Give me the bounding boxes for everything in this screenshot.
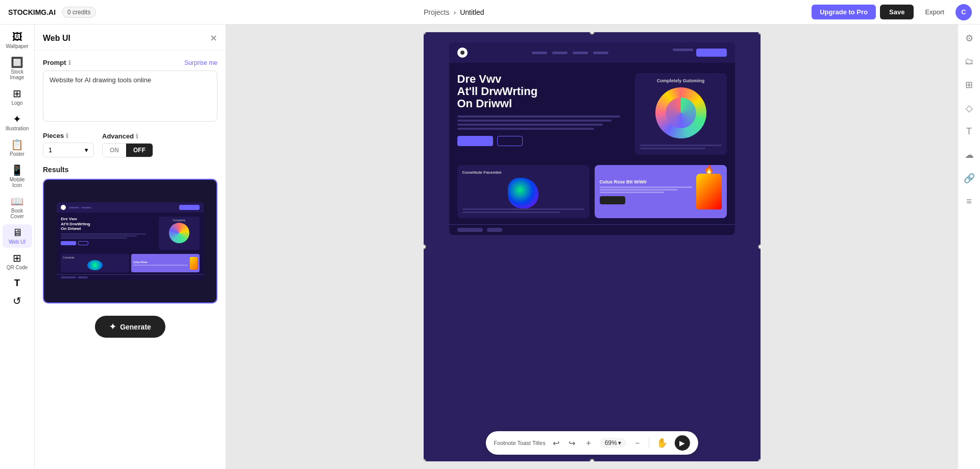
mini-mandala [169,223,189,243]
web-logo [457,48,468,58]
text-icon: T [14,278,20,288]
web-secondary-button [497,136,523,146]
current-project[interactable]: Untitled [460,8,484,16]
grid-icon[interactable]: ⊞ [963,77,975,92]
save-button[interactable]: Save [880,5,914,19]
web-ui-preview[interactable]: Dre Vwv At'll DrwWrting On Driwwl [449,42,735,235]
upgrade-button[interactable]: Upgrade to Pro [812,5,876,19]
thumbnail-preview: Dre VwvAt'll DrwWrtingOn Driwwl [44,180,216,302]
web-nav-links [532,52,608,54]
wallpaper-icon: 🖼 [12,32,22,42]
handle-bottom-right[interactable] [758,459,761,461]
mini-btn [179,205,200,210]
web-section2-card: Constitute Facembó [457,165,590,218]
canvas-background: Dre Vwv At'll DrwWrting On Driwwl [424,32,761,461]
web-feature-card: Completely Gutoming [635,73,727,155]
zoom-chevron-icon: ▾ [618,439,621,447]
avatar[interactable]: C [955,4,972,20]
sidebar-item-text[interactable]: T [3,275,32,291]
link-icon[interactable]: 🔗 [962,171,977,186]
toggle-off-button[interactable]: OFF [126,144,153,157]
mini-animal [87,260,103,270]
play-button[interactable]: ▶ [675,435,690,451]
folder-icon[interactable]: 🗂 [963,54,976,69]
sidebar-item-web-ui[interactable]: 🖥 Web UI [3,224,32,248]
results-section: Results [43,166,217,303]
pieces-select[interactable]: 1 ▾ [43,143,94,157]
controls-row: Pieces ℹ 1 ▾ Advanced ℹ ON OFF [43,132,217,157]
web-primary-button [457,136,493,146]
toggle-on-button[interactable]: ON [103,144,126,157]
mini-nav [57,202,203,213]
sidebar-item-qr-code[interactable]: ⊞ QR Code [3,250,32,273]
web-hero-title: Dre Vwv At'll DrwWrting On Driwwl [457,73,629,110]
mini-web-preview: Dre VwvAt'll DrwWrtingOn Driwwl [57,202,203,280]
illustration-icon: ✦ [13,114,21,124]
prompt-label-text: Prompt ℹ [43,59,71,66]
projects-link[interactable]: Projects [424,8,450,16]
generate-icon: ✦ [109,322,116,332]
handle-mid-left[interactable] [424,244,426,249]
prompt-label-row: Prompt ℹ Surprise me [43,59,217,66]
shapes-icon[interactable]: ◇ [964,101,975,116]
zoom-display[interactable]: 69% ▾ [600,438,626,448]
mini-lighter [190,257,198,270]
advanced-label: Advanced ℹ [102,132,153,140]
handle-top-left[interactable] [424,32,426,35]
prompt-textarea[interactable]: Website for AI drawing tools online [43,71,217,122]
sidebar-item-logo[interactable]: ⊞ Logo [3,85,32,109]
redo-button[interactable]: ↪ [567,437,577,449]
result-thumbnail[interactable]: Dre VwvAt'll DrwWrtingOn Driwwl [43,179,217,303]
panel-body: Prompt ℹ Surprise me Website for AI draw… [35,51,226,350]
export-button[interactable]: Export [918,5,951,19]
panel-close-button[interactable]: ✕ [210,33,217,44]
handle-bottom-left[interactable] [424,459,426,461]
history-icon: ↺ [13,296,21,306]
book-cover-icon: 📖 [11,196,23,206]
undo-button[interactable]: ↩ [551,437,561,449]
handle-top-right[interactable] [758,32,761,35]
results-title: Results [43,166,217,174]
surprise-me-link[interactable]: Surprise me [184,59,217,66]
type-icon[interactable]: T [964,124,974,139]
logo-icon: ⊞ [13,88,21,99]
pieces-info-icon: ℹ [66,132,68,139]
handle-bottom-mid[interactable] [590,459,595,461]
web-section2: Constitute Facembó Cutus Rose Btt WiWir [449,165,735,224]
qr-code-icon: ⊞ [13,253,21,263]
pan-tool-button[interactable]: ✋ [654,436,670,450]
settings-icon[interactable]: ⚙ [963,31,975,46]
web-section3-button [600,196,625,204]
web-hero: Dre Vwv At'll DrwWrting On Driwwl [449,63,735,165]
poster-icon: 📋 [11,139,23,150]
topbar-right: Upgrade to Pro Save Export C [812,4,972,20]
sidebar-item-poster[interactable]: 📋 Poster [3,136,32,160]
bottom-toolbar: Footnote Toast Titles ↩ ↪ ＋ 69% ▾ － ✋ ▶ [485,431,698,455]
sidebar-item-stock-image[interactable]: 🔲 Stock Image [3,54,32,83]
handle-mid-right[interactable] [758,244,761,249]
web-section3-purple: Cutus Rose Btt WiWir [595,165,727,218]
sidebar-item-history[interactable]: ↺ [3,293,32,309]
web-hero-card: Completely Gutoming [635,73,727,155]
zoom-out-button[interactable]: － [631,437,644,450]
nav-separator: › [454,8,456,16]
cloud-icon[interactable]: ☁ [963,147,976,162]
layers-icon[interactable]: ≡ [964,194,974,209]
generate-button[interactable]: ✦ Generate [95,316,165,338]
web-hero-desc [457,115,629,130]
web-ui-icon: 🖥 [12,227,22,238]
sidebar-item-book-cover[interactable]: 📖 Book Cover [3,193,32,222]
credits-badge[interactable]: 0 credits [62,7,96,18]
main: 🖼 Wallpaper 🔲 Stock Image ⊞ Logo ✦ Illus… [0,25,980,469]
mini-nav-links [69,207,176,208]
handle-top-mid[interactable] [590,32,595,35]
panel: Web UI ✕ Prompt ℹ Surprise me Website fo… [35,25,226,469]
chevron-down-icon: ▾ [85,146,88,154]
mini-logo [61,205,66,210]
toggle-group: ON OFF [102,143,153,157]
zoom-in-button[interactable]: ＋ [582,437,595,450]
sidebar-item-illustration[interactable]: ✦ Illustration [3,111,32,134]
sidebar-item-mobile-icon[interactable]: 📱 Mobile Icon [3,162,32,191]
sidebar-item-wallpaper[interactable]: 🖼 Wallpaper [3,29,32,52]
panel-title: Web UI [43,34,70,43]
